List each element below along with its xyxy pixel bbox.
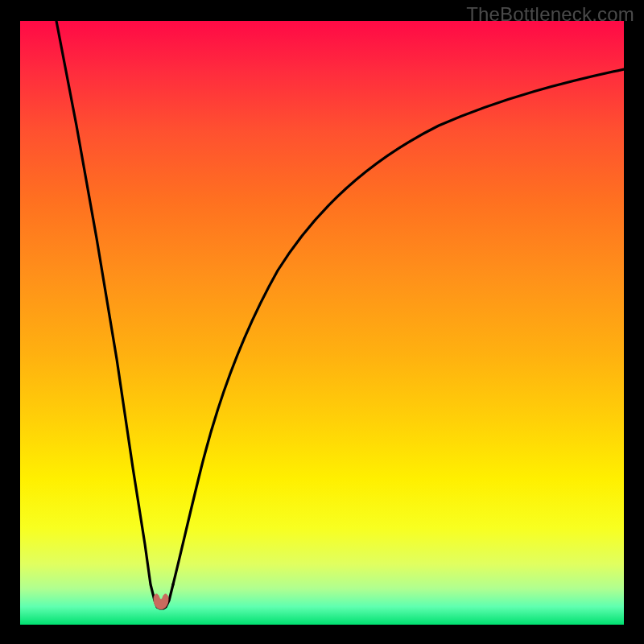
curve-left-branch <box>56 21 173 609</box>
chart-svg <box>20 21 624 625</box>
watermark-text: TheBottleneck.com <box>466 3 634 26</box>
minimum-marker <box>154 594 168 609</box>
chart-frame <box>20 21 624 625</box>
curve-right-branch <box>173 69 624 584</box>
